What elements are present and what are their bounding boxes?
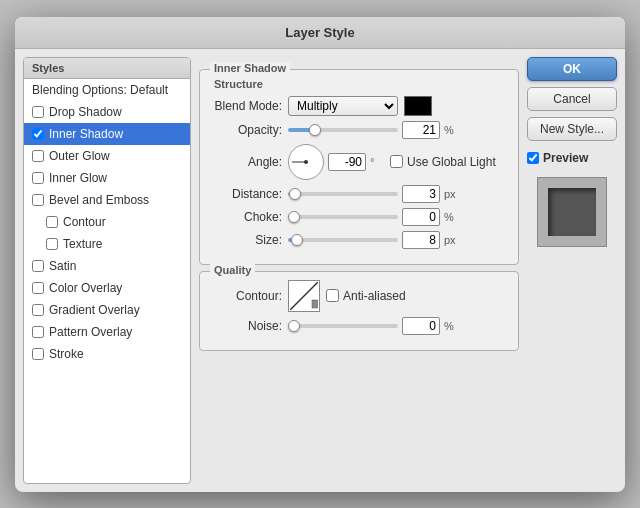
contour-row: Contour: Anti-aliased xyxy=(212,280,506,312)
sidebar-item-inner-shadow[interactable]: Inner Shadow xyxy=(24,123,190,145)
svg-rect-0 xyxy=(312,300,318,308)
opacity-input[interactable] xyxy=(402,121,440,139)
opacity-label: Opacity: xyxy=(212,123,282,137)
angle-center-dot xyxy=(304,160,308,164)
drop-shadow-checkbox[interactable] xyxy=(32,106,44,118)
texture-label: Texture xyxy=(63,237,102,251)
inner-shadow-label: Inner Shadow xyxy=(49,127,123,141)
preview-label[interactable]: Preview xyxy=(527,151,617,165)
blending-options-label: Blending Options: Default xyxy=(32,83,168,97)
sidebar: Styles Blending Options: Default Drop Sh… xyxy=(23,57,191,484)
contour-label: Contour xyxy=(63,215,106,229)
color-overlay-checkbox[interactable] xyxy=(32,282,44,294)
stroke-checkbox[interactable] xyxy=(32,348,44,360)
blend-color-swatch[interactable] xyxy=(404,96,432,116)
satin-checkbox[interactable] xyxy=(32,260,44,272)
sidebar-item-texture[interactable]: Texture xyxy=(24,233,190,255)
angle-row: Angle: ° Use Global Light xyxy=(212,144,506,180)
structure-legend: Structure xyxy=(212,78,506,90)
distance-label: Distance: xyxy=(212,187,282,201)
quality-section: Quality Contour: Anti-aliased xyxy=(199,271,519,351)
bevel-emboss-label: Bevel and Emboss xyxy=(49,193,149,207)
distance-row: Distance: px xyxy=(212,185,506,203)
drop-shadow-label: Drop Shadow xyxy=(49,105,122,119)
pattern-overlay-checkbox[interactable] xyxy=(32,326,44,338)
inner-shadow-checkbox[interactable] xyxy=(32,128,44,140)
preview-checkbox[interactable] xyxy=(527,152,539,164)
sidebar-item-pattern-overlay[interactable]: Pattern Overlay xyxy=(24,321,190,343)
choke-input[interactable] xyxy=(402,208,440,226)
noise-label: Noise: xyxy=(212,319,282,333)
opacity-unit: % xyxy=(444,124,460,136)
noise-row: Noise: % xyxy=(212,317,506,335)
color-overlay-label: Color Overlay xyxy=(49,281,122,295)
angle-degree-symbol: ° xyxy=(370,156,386,168)
size-input[interactable] xyxy=(402,231,440,249)
sidebar-item-blending-options[interactable]: Blending Options: Default xyxy=(24,79,190,101)
size-row: Size: px xyxy=(212,231,506,249)
sidebar-item-contour[interactable]: Contour xyxy=(24,211,190,233)
sidebar-item-gradient-overlay[interactable]: Gradient Overlay xyxy=(24,299,190,321)
angle-dial[interactable] xyxy=(288,144,324,180)
gradient-overlay-checkbox[interactable] xyxy=(32,304,44,316)
inner-glow-label: Inner Glow xyxy=(49,171,107,185)
preview-area xyxy=(527,177,617,247)
outer-glow-checkbox[interactable] xyxy=(32,150,44,162)
distance-slider[interactable] xyxy=(288,192,398,196)
size-slider[interactable] xyxy=(288,238,398,242)
size-unit: px xyxy=(444,234,460,246)
distance-unit: px xyxy=(444,188,460,200)
satin-label: Satin xyxy=(49,259,76,273)
preview-inner xyxy=(548,188,596,236)
opacity-slider[interactable] xyxy=(288,128,398,132)
choke-unit: % xyxy=(444,211,460,223)
blend-mode-row: Blend Mode: Multiply Normal Screen Overl… xyxy=(212,96,506,116)
buttons-panel: OK Cancel New Style... Preview xyxy=(527,57,617,484)
sidebar-title: Styles xyxy=(24,58,190,79)
choke-label: Choke: xyxy=(212,210,282,224)
angle-label: Angle: xyxy=(212,155,282,169)
contour-checkbox[interactable] xyxy=(46,216,58,228)
section-title: Inner Shadow xyxy=(210,62,290,74)
sidebar-item-color-overlay[interactable]: Color Overlay xyxy=(24,277,190,299)
sidebar-item-satin[interactable]: Satin xyxy=(24,255,190,277)
opacity-row: Opacity: % xyxy=(212,121,506,139)
choke-slider[interactable] xyxy=(288,215,398,219)
anti-aliased-label[interactable]: Anti-aliased xyxy=(326,289,406,303)
use-global-light-label[interactable]: Use Global Light xyxy=(390,155,496,169)
preview-text: Preview xyxy=(543,151,588,165)
use-global-light-text: Use Global Light xyxy=(407,155,496,169)
anti-aliased-text: Anti-aliased xyxy=(343,289,406,303)
dialog-title: Layer Style xyxy=(15,17,625,49)
contour-thumbnail[interactable] xyxy=(288,280,320,312)
sidebar-item-drop-shadow[interactable]: Drop Shadow xyxy=(24,101,190,123)
anti-aliased-checkbox[interactable] xyxy=(326,289,339,302)
blend-mode-label: Blend Mode: xyxy=(212,99,282,113)
size-label: Size: xyxy=(212,233,282,247)
cancel-button[interactable]: Cancel xyxy=(527,87,617,111)
preview-box xyxy=(537,177,607,247)
texture-checkbox[interactable] xyxy=(46,238,58,250)
use-global-light-checkbox[interactable] xyxy=(390,155,403,168)
noise-input[interactable] xyxy=(402,317,440,335)
sidebar-item-outer-glow[interactable]: Outer Glow xyxy=(24,145,190,167)
sidebar-item-stroke[interactable]: Stroke xyxy=(24,343,190,365)
ok-button[interactable]: OK xyxy=(527,57,617,81)
noise-slider[interactable] xyxy=(288,324,398,328)
sidebar-item-bevel-emboss[interactable]: Bevel and Emboss xyxy=(24,189,190,211)
angle-input[interactable] xyxy=(328,153,366,171)
bevel-emboss-checkbox[interactable] xyxy=(32,194,44,206)
structure-section: Inner Shadow Structure Blend Mode: Multi… xyxy=(199,69,519,265)
sidebar-item-inner-glow[interactable]: Inner Glow xyxy=(24,167,190,189)
stroke-label: Stroke xyxy=(49,347,84,361)
choke-row: Choke: % xyxy=(212,208,506,226)
distance-input[interactable] xyxy=(402,185,440,203)
pattern-overlay-label: Pattern Overlay xyxy=(49,325,132,339)
noise-unit: % xyxy=(444,320,460,332)
inner-glow-checkbox[interactable] xyxy=(32,172,44,184)
blend-mode-select[interactable]: Multiply Normal Screen Overlay xyxy=(288,96,398,116)
main-panel: Inner Shadow Structure Blend Mode: Multi… xyxy=(199,57,519,484)
gradient-overlay-label: Gradient Overlay xyxy=(49,303,140,317)
new-style-button[interactable]: New Style... xyxy=(527,117,617,141)
outer-glow-label: Outer Glow xyxy=(49,149,110,163)
